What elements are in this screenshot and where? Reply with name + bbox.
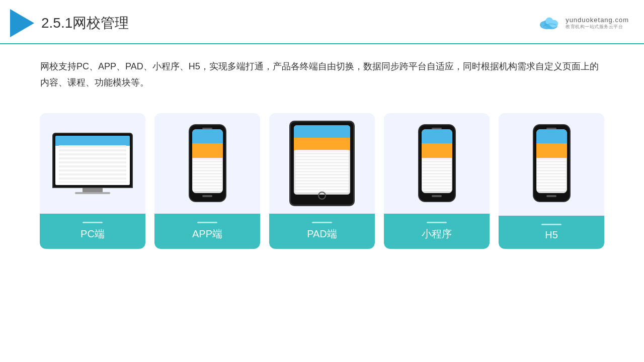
card-pad-image: [269, 113, 375, 214]
device-phone-h5: [533, 124, 571, 202]
page-title: 2.5.1网校管理: [41, 14, 129, 33]
card-app-image: [154, 113, 260, 214]
brand-tagline: 教育机构一站式服务云平台: [566, 24, 629, 30]
card-miniprogram-image: [384, 113, 490, 214]
cards-container: PC端 APP端 PAD端: [0, 101, 644, 261]
card-label-bar-mini: [427, 222, 447, 223]
svg-point-4: [545, 17, 553, 25]
tablet-screen: [294, 125, 350, 195]
card-h5-image: [499, 113, 604, 214]
card-label-bar-app: [197, 222, 217, 223]
description-text: 网校支持PC、APP、PAD、小程序、H5，实现多端打通，产品各终端自由切换，数…: [0, 44, 644, 96]
card-miniprogram: 小程序: [384, 113, 490, 249]
brand-icon-area: yunduoketang.com 教育机构一站式服务云平台: [537, 16, 629, 31]
pc-screen-outer: [52, 133, 133, 188]
card-label-bar: [83, 222, 103, 223]
phone-home-btn-mini: [432, 195, 442, 197]
card-pc-label: PC端: [40, 214, 145, 249]
device-tablet: [289, 121, 355, 206]
card-pc: PC端: [40, 113, 145, 249]
phone-screen-content-mini: [422, 129, 452, 193]
brand-name: yunduoketang.com: [566, 16, 629, 24]
phone-screen-app: [192, 129, 223, 193]
pc-base: [75, 192, 110, 194]
header: 2.5.1网校管理 yunduoketang.com 教育机构一站式服务云平台: [0, 0, 644, 44]
card-app-label: APP端: [154, 214, 260, 249]
logo-triangle-icon: [10, 9, 34, 37]
phone-screen-mini: [422, 129, 452, 193]
tablet-screen-content: [294, 125, 350, 195]
card-miniprogram-label: 小程序: [384, 214, 490, 249]
pc-screen-content: [55, 136, 130, 185]
device-pc: [52, 133, 133, 194]
card-label-bar-pad: [312, 222, 332, 223]
card-label-bar-h5: [541, 224, 561, 225]
device-phone-app: [189, 124, 226, 202]
card-pc-image: [40, 113, 145, 214]
card-app: APP端: [154, 113, 260, 249]
cloud-icon: [537, 16, 562, 31]
phone-home-btn-app: [202, 195, 212, 197]
card-pad: PAD端: [269, 113, 375, 249]
phone-home-btn-h5: [546, 195, 556, 197]
pc-screen-inner: [55, 136, 130, 185]
card-h5: H5: [499, 113, 604, 249]
card-pad-label: PAD端: [269, 214, 375, 249]
device-phone-mini: [418, 124, 456, 202]
phone-screen-content-h5: [536, 129, 567, 193]
brand-logo: yunduoketang.com 教育机构一站式服务云平台: [537, 16, 629, 31]
header-left: 2.5.1网校管理: [10, 9, 129, 37]
card-h5-label: H5: [499, 216, 604, 249]
brand-text: yunduoketang.com 教育机构一站式服务云平台: [566, 16, 629, 30]
pc-stand: [83, 188, 103, 192]
phone-screen-content-app: [192, 129, 223, 193]
phone-screen-h5: [536, 129, 567, 193]
